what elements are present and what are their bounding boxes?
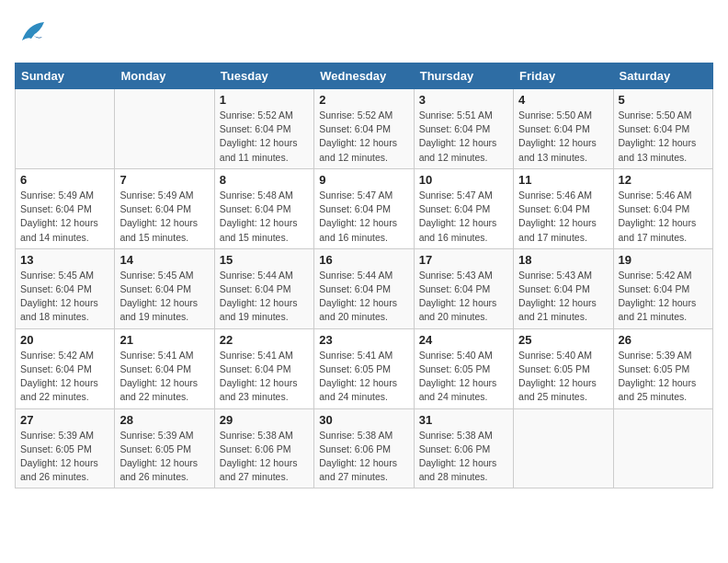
calendar-cell [613,408,712,488]
day-number: 31 [419,413,508,427]
logo-icon [15,15,51,52]
day-number: 15 [220,253,309,267]
day-number: 19 [619,253,708,267]
day-number: 27 [20,413,109,427]
day-info: Sunrise: 5:49 AMSunset: 6:04 PMDaylight:… [119,189,209,245]
day-info: Sunrise: 5:47 AMSunset: 6:04 PMDaylight:… [319,189,408,245]
week-row-3: 13Sunrise: 5:45 AMSunset: 6:04 PMDayligh… [16,248,713,328]
day-info: Sunrise: 5:38 AMSunset: 6:06 PMDaylight:… [220,429,309,485]
day-info: Sunrise: 5:46 AMSunset: 6:04 PMDaylight:… [619,189,708,245]
day-info: Sunrise: 5:45 AMSunset: 6:04 PMDaylight:… [20,269,109,325]
day-number: 28 [119,413,209,427]
day-number: 21 [119,333,209,347]
day-info: Sunrise: 5:45 AMSunset: 6:04 PMDaylight:… [119,269,209,325]
week-row-5: 27Sunrise: 5:39 AMSunset: 6:05 PMDayligh… [16,408,713,488]
calendar-cell: 5Sunrise: 5:50 AMSunset: 6:04 PMDaylight… [613,89,712,169]
weekday-header-saturday: Saturday [613,63,712,89]
day-info: Sunrise: 5:44 AMSunset: 6:04 PMDaylight:… [220,269,309,325]
calendar-body: 1Sunrise: 5:52 AMSunset: 6:04 PMDaylight… [16,89,713,488]
calendar-cell: 14Sunrise: 5:45 AMSunset: 6:04 PMDayligh… [115,248,214,328]
calendar-cell: 18Sunrise: 5:43 AMSunset: 6:04 PMDayligh… [514,248,613,328]
day-number: 4 [518,93,608,107]
day-number: 6 [20,173,109,187]
day-info: Sunrise: 5:40 AMSunset: 6:05 PMDaylight:… [419,349,508,405]
day-info: Sunrise: 5:51 AMSunset: 6:04 PMDaylight:… [419,109,508,165]
day-number: 8 [220,173,309,187]
day-number: 23 [319,333,408,347]
calendar-table: SundayMondayTuesdayWednesdayThursdayFrid… [15,63,713,488]
calendar-cell: 9Sunrise: 5:47 AMSunset: 6:04 PMDaylight… [314,168,414,248]
calendar-cell: 15Sunrise: 5:44 AMSunset: 6:04 PMDayligh… [214,248,313,328]
day-info: Sunrise: 5:40 AMSunset: 6:05 PMDaylight:… [518,349,608,405]
day-info: Sunrise: 5:43 AMSunset: 6:04 PMDaylight:… [518,269,608,325]
day-info: Sunrise: 5:44 AMSunset: 6:04 PMDaylight:… [319,269,408,325]
week-row-1: 1Sunrise: 5:52 AMSunset: 6:04 PMDaylight… [16,89,713,169]
day-number: 3 [419,93,508,107]
day-info: Sunrise: 5:38 AMSunset: 6:06 PMDaylight:… [319,429,408,485]
day-number: 29 [220,413,309,427]
calendar-cell: 4Sunrise: 5:50 AMSunset: 6:04 PMDaylight… [514,89,613,169]
day-info: Sunrise: 5:43 AMSunset: 6:04 PMDaylight:… [419,269,508,325]
day-info: Sunrise: 5:39 AMSunset: 6:05 PMDaylight:… [119,429,209,485]
calendar-cell: 20Sunrise: 5:42 AMSunset: 6:04 PMDayligh… [16,328,115,408]
day-number: 25 [518,333,608,347]
weekday-header-tuesday: Tuesday [214,63,313,89]
week-row-4: 20Sunrise: 5:42 AMSunset: 6:04 PMDayligh… [16,328,713,408]
calendar-cell: 29Sunrise: 5:38 AMSunset: 6:06 PMDayligh… [214,408,313,488]
calendar-cell: 8Sunrise: 5:48 AMSunset: 6:04 PMDaylight… [214,168,313,248]
weekday-row: SundayMondayTuesdayWednesdayThursdayFrid… [16,63,713,89]
day-number: 10 [419,173,508,187]
calendar-cell [115,89,214,169]
day-number: 2 [319,93,408,107]
calendar-cell: 26Sunrise: 5:39 AMSunset: 6:05 PMDayligh… [613,328,712,408]
day-number: 5 [619,93,708,107]
calendar-cell: 22Sunrise: 5:41 AMSunset: 6:04 PMDayligh… [214,328,313,408]
day-number: 9 [319,173,408,187]
week-row-2: 6Sunrise: 5:49 AMSunset: 6:04 PMDaylight… [16,168,713,248]
calendar-cell: 6Sunrise: 5:49 AMSunset: 6:04 PMDaylight… [16,168,115,248]
day-number: 14 [119,253,209,267]
day-info: Sunrise: 5:42 AMSunset: 6:04 PMDaylight:… [20,349,109,405]
day-number: 22 [220,333,309,347]
calendar-cell: 13Sunrise: 5:45 AMSunset: 6:04 PMDayligh… [16,248,115,328]
calendar-cell: 10Sunrise: 5:47 AMSunset: 6:04 PMDayligh… [414,168,513,248]
calendar-cell: 11Sunrise: 5:46 AMSunset: 6:04 PMDayligh… [514,168,613,248]
day-info: Sunrise: 5:41 AMSunset: 6:05 PMDaylight:… [319,349,408,405]
day-info: Sunrise: 5:39 AMSunset: 6:05 PMDaylight:… [20,429,109,485]
weekday-header-sunday: Sunday [16,63,115,89]
weekday-header-friday: Friday [514,63,613,89]
calendar-cell: 2Sunrise: 5:52 AMSunset: 6:04 PMDaylight… [314,89,414,169]
day-info: Sunrise: 5:49 AMSunset: 6:04 PMDaylight:… [20,189,109,245]
day-info: Sunrise: 5:38 AMSunset: 6:06 PMDaylight:… [419,429,508,485]
day-info: Sunrise: 5:42 AMSunset: 6:04 PMDaylight:… [619,269,708,325]
calendar-cell: 12Sunrise: 5:46 AMSunset: 6:04 PMDayligh… [613,168,712,248]
calendar-cell: 27Sunrise: 5:39 AMSunset: 6:05 PMDayligh… [16,408,115,488]
page-header [15,15,713,52]
day-number: 12 [619,173,708,187]
day-info: Sunrise: 5:41 AMSunset: 6:04 PMDaylight:… [119,349,209,405]
calendar-cell: 1Sunrise: 5:52 AMSunset: 6:04 PMDaylight… [214,89,313,169]
day-number: 30 [319,413,408,427]
day-info: Sunrise: 5:39 AMSunset: 6:05 PMDaylight:… [619,349,708,405]
day-info: Sunrise: 5:46 AMSunset: 6:04 PMDaylight:… [518,189,608,245]
day-info: Sunrise: 5:47 AMSunset: 6:04 PMDaylight:… [419,189,508,245]
calendar-cell: 16Sunrise: 5:44 AMSunset: 6:04 PMDayligh… [314,248,414,328]
calendar-cell [514,408,613,488]
calendar-header: SundayMondayTuesdayWednesdayThursdayFrid… [16,63,713,89]
day-number: 1 [220,93,309,107]
day-number: 18 [518,253,608,267]
day-number: 7 [119,173,209,187]
day-number: 11 [518,173,608,187]
calendar-cell: 19Sunrise: 5:42 AMSunset: 6:04 PMDayligh… [613,248,712,328]
calendar-cell: 23Sunrise: 5:41 AMSunset: 6:05 PMDayligh… [314,328,414,408]
calendar-cell: 28Sunrise: 5:39 AMSunset: 6:05 PMDayligh… [115,408,214,488]
day-number: 20 [20,333,109,347]
weekday-header-monday: Monday [115,63,214,89]
day-info: Sunrise: 5:52 AMSunset: 6:04 PMDaylight:… [220,109,309,165]
day-info: Sunrise: 5:48 AMSunset: 6:04 PMDaylight:… [220,189,309,245]
calendar-cell: 21Sunrise: 5:41 AMSunset: 6:04 PMDayligh… [115,328,214,408]
weekday-header-thursday: Thursday [414,63,513,89]
logo [15,15,55,52]
calendar-cell: 17Sunrise: 5:43 AMSunset: 6:04 PMDayligh… [414,248,513,328]
day-info: Sunrise: 5:41 AMSunset: 6:04 PMDaylight:… [220,349,309,405]
